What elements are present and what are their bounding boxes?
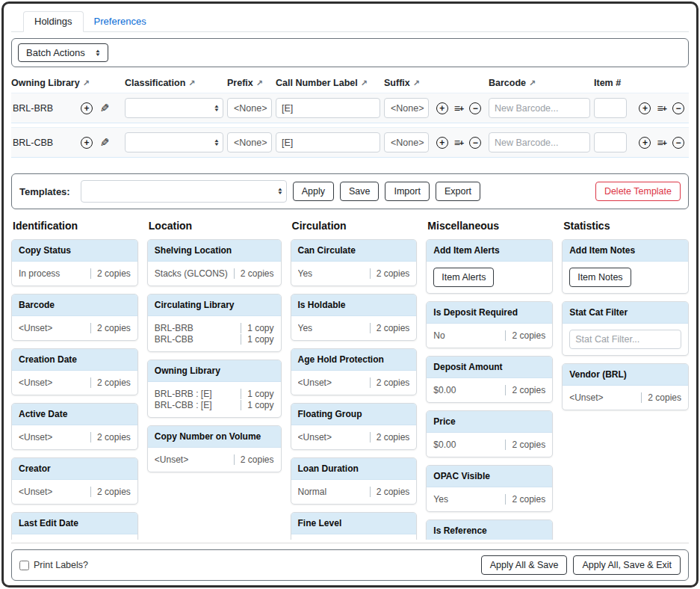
apply-column-icon[interactable]: ↗: [188, 78, 195, 87]
prefix-select[interactable]: <None>▲▼: [227, 98, 272, 118]
section-column: StatisticsAdd Item NotesItem NotesStat C…: [562, 218, 689, 418]
attribute-line: $0.002 copies: [433, 385, 545, 395]
call-number-actions: +✎: [81, 136, 121, 149]
remove-item-icon[interactable]: −: [672, 137, 684, 149]
add-item-icon[interactable]: +: [639, 137, 651, 149]
save-template-button[interactable]: Save: [340, 182, 380, 201]
remove-item-icon[interactable]: −: [469, 102, 481, 114]
column-call-number-label: Call Number Label↗: [276, 78, 380, 88]
suffix-select[interactable]: <None>▲▼: [384, 98, 429, 118]
attribute-card-title: Shelving Location: [148, 240, 281, 262]
up-down-carets-icon: ▲▼: [428, 105, 429, 112]
add-item-icon[interactable]: +: [639, 102, 651, 114]
apply-column-icon[interactable]: ↗: [256, 78, 263, 87]
apply-all-save-button[interactable]: Apply All & Save: [481, 555, 568, 575]
attribute-card-title: Vendor (BRL): [563, 364, 688, 386]
stat-cat-filter-input[interactable]: [569, 330, 681, 349]
add-many-items-icon[interactable]: ≡+: [657, 102, 666, 114]
copy-count: 2 copies: [505, 440, 545, 450]
attribute-value: <Unset>: [19, 377, 84, 388]
apply-column-icon[interactable]: ↗: [529, 78, 536, 87]
attribute-line: No2 copies: [433, 330, 545, 341]
copy-count: 2 copies: [370, 323, 410, 333]
attribute-line: BRL-CBB : [E]1 copy: [155, 400, 274, 410]
delete-template-button[interactable]: Delete Template: [595, 182, 681, 201]
add-call-number-icon[interactable]: +: [81, 137, 93, 149]
add-item-icon[interactable]: +: [436, 137, 448, 149]
attribute-value: BRL-BRB : [E]: [155, 389, 235, 399]
apply-column-icon[interactable]: ↗: [361, 78, 368, 87]
attribute-card: Fine LevelNormal2 copies: [291, 512, 418, 540]
edit-call-number-icon[interactable]: ✎: [100, 102, 110, 115]
attribute-line: <Unset>2 copies: [155, 454, 274, 465]
section-title: Statistics: [563, 220, 689, 232]
add-call-number-icon[interactable]: +: [81, 102, 93, 114]
apply-all-save-exit-button[interactable]: Apply All, Save & Exit: [573, 555, 681, 575]
tab-bar: Holdings Preferences: [11, 10, 689, 32]
classification-select[interactable]: ▲▼: [125, 132, 223, 152]
edit-call-number-icon[interactable]: ✎: [100, 136, 110, 149]
attribute-card-title: Is Reference: [427, 520, 552, 540]
batch-actions-select[interactable]: Batch Actions ▲▼: [18, 43, 108, 62]
copy-count: 2 copies: [90, 487, 131, 497]
new-barcode-input[interactable]: [489, 98, 590, 118]
attribute-card: Creator<Unset>2 copies: [11, 457, 138, 505]
attribute-card: Loan DurationNormal2 copies: [291, 457, 418, 505]
attribute-line: In process2 copies: [19, 268, 131, 279]
tab-preferences[interactable]: Preferences: [84, 12, 157, 31]
add-many-items-icon[interactable]: ≡+: [657, 137, 666, 149]
add-item-notes-button[interactable]: Item Notes: [569, 268, 631, 287]
print-labels-checkbox[interactable]: [19, 561, 29, 570]
attribute-card: Deposit Amount$0.002 copies: [426, 356, 553, 403]
remove-item-icon[interactable]: −: [469, 137, 481, 149]
attribute-line: $0.002 copies: [433, 440, 545, 450]
add-many-items-icon[interactable]: ≡+: [454, 137, 464, 149]
item-number-input[interactable]: [594, 132, 627, 152]
attribute-value: $0.00: [433, 440, 499, 450]
attribute-line: Normal2 copies: [298, 487, 410, 497]
item-number-input[interactable]: [594, 98, 627, 118]
call-number-label-input[interactable]: [276, 132, 380, 152]
call-number-label-input[interactable]: [276, 98, 380, 118]
attribute-value: Normal: [298, 487, 364, 497]
attribute-value: BRL-BRB: [155, 323, 235, 333]
attribute-value: Yes: [433, 494, 499, 505]
attribute-value: $0.00: [433, 385, 499, 395]
apply-template-button[interactable]: Apply: [293, 182, 334, 201]
batch-actions-bar: Batch Actions ▲▼: [11, 38, 689, 67]
new-barcode-input[interactable]: [489, 132, 590, 152]
attribute-value: BRL-CBB: [155, 334, 235, 345]
section-column: LocationShelving LocationStacks (GLCONS)…: [147, 218, 282, 480]
attribute-card: Is Deposit RequiredNo2 copies: [426, 301, 553, 348]
up-down-carets-icon: ▲▼: [214, 105, 219, 112]
attribute-value: <Unset>: [19, 323, 84, 333]
holdings-editor-window: Holdings Preferences Batch Actions ▲▼ Ow…: [1, 1, 699, 588]
attribute-line: BRL-BRB1 copy: [155, 323, 274, 333]
classification-select[interactable]: ▲▼: [125, 98, 223, 118]
apply-column-icon[interactable]: ↗: [83, 78, 90, 87]
attribute-sections: IdentificationCopy StatusIn process2 cop…: [11, 218, 689, 540]
export-template-button[interactable]: Export: [436, 182, 480, 201]
tab-holdings[interactable]: Holdings: [23, 11, 84, 32]
copy-count: 2 copies: [370, 432, 410, 442]
attribute-card-title: OPAC Visible: [427, 466, 552, 487]
attribute-card-title: Add Item Notes: [563, 240, 688, 262]
apply-column-icon[interactable]: ↗: [413, 78, 420, 87]
copy-count: 2 copies: [641, 392, 681, 403]
template-select[interactable]: ▲▼: [81, 180, 287, 203]
suffix-select[interactable]: <None>▲▼: [384, 132, 429, 152]
import-template-button[interactable]: Import: [385, 182, 429, 201]
add-many-items-icon[interactable]: ≡+: [454, 102, 464, 114]
attribute-value: No: [433, 330, 499, 341]
up-down-carets-icon: ▲▼: [278, 188, 282, 195]
item-actions: +≡+−: [433, 137, 485, 149]
add-item-icon[interactable]: +: [436, 102, 448, 114]
add-item-alerts-button[interactable]: Item Alerts: [433, 268, 494, 287]
attribute-card-title: Can Circulate: [291, 240, 417, 262]
owning-library-value: BRL-BRB: [11, 103, 77, 114]
call-number-actions: +✎: [81, 102, 121, 115]
remove-item-icon[interactable]: −: [672, 102, 684, 114]
section-title: Miscellaneous: [427, 220, 553, 232]
prefix-select[interactable]: <None>▲▼: [227, 132, 272, 152]
attribute-card-title: Creator: [12, 458, 137, 480]
